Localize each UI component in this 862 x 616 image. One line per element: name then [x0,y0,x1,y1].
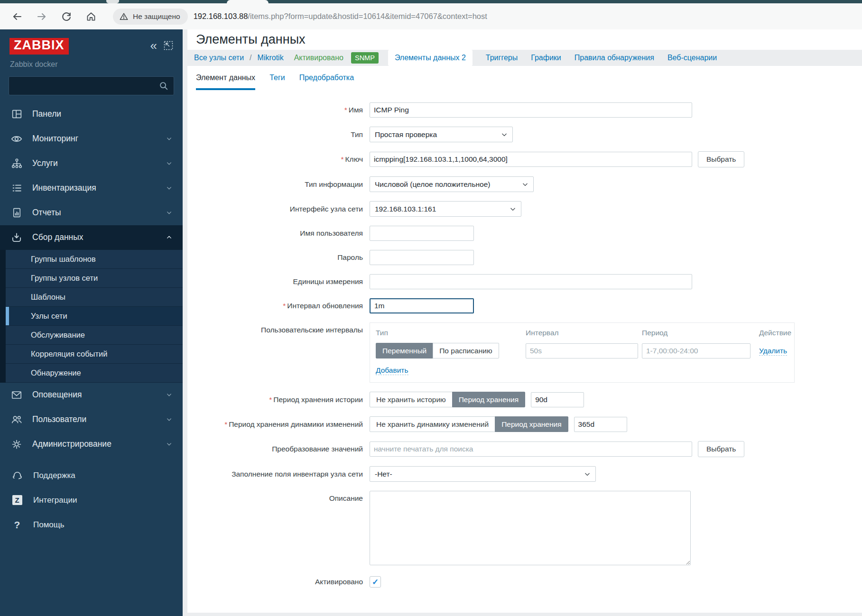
sidebar-item-inventory[interactable]: Инвентаризация [0,176,183,201]
type-select[interactable]: Простая проверка [370,127,513,142]
remove-interval-link[interactable]: Удалить [759,347,787,356]
security-chip[interactable]: Не защищено [113,9,188,25]
submenu-label: Группы шаблонов [31,255,96,264]
form-row-name: *Имя [196,102,862,118]
tab-notch [106,0,119,3]
home-button[interactable] [81,7,102,26]
gear-icon [10,438,23,451]
sidebar-item-dashboards[interactable]: Панели [0,102,183,127]
sidebar-item-label: Отчеты [32,208,61,218]
add-interval-link[interactable]: Добавить [376,366,408,375]
back-button[interactable] [7,7,28,26]
col-period: Период [642,329,759,337]
nav-tab-graphs[interactable]: Графики [531,54,561,62]
type-label: Тип [196,127,363,142]
sidebar-item-support[interactable]: Поддержка [0,463,183,488]
breadcrumb-separator: / [250,54,251,62]
chevron-down-icon [166,185,172,191]
tab-tags[interactable]: Теги [269,74,285,90]
sidebar-item-label: Поддержка [33,471,75,480]
history-storage-option[interactable]: Период хранения [452,392,525,407]
sidebar-item-template-groups[interactable]: Группы шаблонов [6,250,183,269]
trends-toggle: Не хранить динамику изменений Период хра… [370,416,568,432]
sidebar-collapse-icon[interactable]: « [150,41,157,50]
interval-type-scheduling[interactable]: По расписанию [433,343,499,359]
interval-input[interactable] [526,343,638,359]
valuemap-input[interactable] [370,441,692,457]
history-period-input[interactable] [531,392,584,407]
period-input[interactable] [642,343,751,359]
required-marker: * [283,302,286,310]
reload-button[interactable] [56,7,77,26]
submenu-label: Корреляция событий [31,349,107,359]
description-textarea[interactable] [370,491,691,565]
sidebar-item-help[interactable]: ? Помощь [0,513,183,537]
sidebar-item-monitoring[interactable]: Мониторинг [0,127,183,151]
key-select-button[interactable]: Выбрать [698,151,744,167]
interval-type-flexible[interactable]: Переменный [376,343,433,359]
sidebar-item-hosts[interactable]: Узлы сети [6,307,183,326]
sidebar-item-label: Инвентаризация [32,183,96,193]
col-interval: Интервал [526,329,642,337]
chevron-up-icon [166,234,172,240]
nav-tab-triggers[interactable]: Триггеры [486,54,518,62]
col-type: Тип [376,329,526,337]
data-collection-icon [10,231,23,244]
trends-period-input[interactable] [574,417,627,432]
valuemap-select-button[interactable]: Выбрать [698,441,744,457]
breadcrumb: Все узлы сети / Mikrotik Активировано SN… [187,50,862,66]
name-input[interactable] [370,102,692,118]
password-label: Пароль [196,250,363,265]
zabbix-logo[interactable]: ZABBIX [9,38,69,55]
address-bar[interactable]: Не защищено 192.168.103.88/items.php?for… [113,9,855,25]
sidebar-item-maintenance[interactable]: Обслуживание [6,326,183,345]
tab-item[interactable]: Элемент данных [196,74,255,90]
inventory-select[interactable]: -Нет- [370,466,596,482]
url-text[interactable]: 192.168.103.88/items.php?form=update&hos… [194,12,487,21]
trends-label: Период хранения динамики изменений [229,420,363,428]
mail-icon [10,389,23,401]
sidebar-item-label: Пользователи [32,414,86,424]
sidebar-item-integrations[interactable]: Z Интеграции [0,488,183,513]
info-type-select[interactable]: Числовой (целое положительное) [370,176,534,192]
password-input[interactable] [370,250,474,265]
enabled-checkbox[interactable]: ✓ [370,576,381,588]
history-label: Период хранения истории [273,395,363,404]
sidebar-item-users[interactable]: Пользователи [0,407,183,432]
tab-preprocessing[interactable]: Предобработка [299,74,354,90]
valuemap-label: Преобразование значений [196,441,363,457]
sidebar-item-templates[interactable]: Шаблоны [6,288,183,307]
sidebar-item-services[interactable]: Услуги [0,151,183,176]
nav-tab-web-scenarios[interactable]: Веб-сценарии [667,54,717,62]
sidebar-item-reports[interactable]: Отчеты [0,201,183,225]
sidebar-item-host-groups[interactable]: Группы узлов сети [6,269,183,288]
nav-tab-discovery-rules[interactable]: Правила обнаружения [575,54,654,62]
username-input[interactable] [370,226,474,241]
chevron-down-icon [166,392,172,398]
key-input[interactable] [370,152,692,167]
history-off-option[interactable]: Не хранить историю [370,392,453,407]
sidebar-item-discovery[interactable]: Обнаружение [6,364,183,383]
sidebar-item-administration[interactable]: Администрирование [0,432,183,457]
interface-select[interactable]: 192.168.103.1:161 [370,201,521,217]
name-label: Имя [349,106,363,114]
sidebar-item-data-collection[interactable]: Сбор данных [0,225,183,250]
nav-tab-items[interactable]: Элементы данных 2 [388,50,473,66]
required-marker: * [344,106,347,114]
trends-off-option[interactable]: Не хранить динамику изменений [370,416,495,432]
trends-storage-option[interactable]: Период хранения [495,416,568,432]
active-tab-notch [227,0,269,3]
sidebar-item-alerts[interactable]: Оповещения [0,383,183,407]
units-input[interactable] [370,274,692,289]
form-row-info-type: Тип информации Числовой (целое положител… [196,176,862,192]
sidebar-item-event-correlation[interactable]: Корреляция событий [6,345,183,364]
search-icon [158,81,169,91]
breadcrumb-all-hosts-link[interactable]: Все узлы сети [194,54,244,62]
breadcrumb-host-link[interactable]: Mikrotik [258,54,284,62]
kiosk-mode-icon[interactable] [164,41,173,50]
item-form-card: Элемент данных Теги Предобработка *Имя Т… [187,66,862,613]
info-type-select-value: Числовой (целое положительное) [375,180,490,189]
forward-button[interactable] [31,7,52,26]
sidebar-search-input[interactable] [9,76,174,95]
update-interval-input[interactable] [370,298,474,313]
